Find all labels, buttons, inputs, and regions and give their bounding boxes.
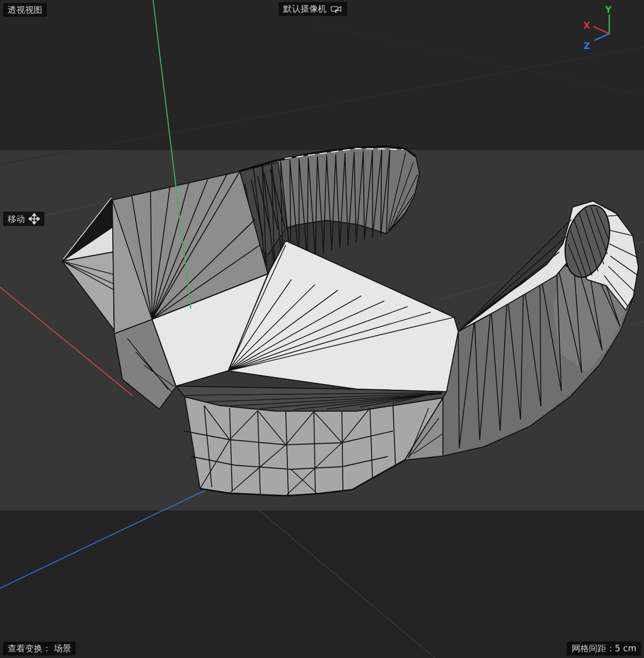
mesh-object[interactable] [62, 146, 638, 496]
grid-spacing-badge: 网格间距 : 5 cm [567, 642, 641, 655]
tool-badge[interactable]: 移动 [3, 212, 44, 226]
mesh-upper-arc-band [239, 146, 419, 270]
tool-label: 移动 [8, 214, 25, 224]
view-label-badge[interactable]: 透视视图 [3, 3, 47, 17]
gizmo-x-axis [593, 27, 609, 34]
gizmo-y-label: Y [605, 5, 612, 15]
transform-status-badge: 查看变换： 场景 [3, 642, 76, 655]
move-icon [29, 213, 40, 224]
camera-badge[interactable]: 默认摄像机 [279, 2, 347, 16]
camera-icon[interactable] [330, 5, 342, 14]
grid-spacing-label: 网格间距 : 5 cm [572, 643, 636, 654]
viewport-3d: { "hud": { "view_label": "透视视图", "camera… [0, 0, 644, 658]
gizmo-z-axis [595, 34, 609, 40]
mesh-bottom-apron [184, 397, 443, 496]
axis-gizmo: Y X Z [577, 0, 641, 57]
z-axis-line [0, 484, 219, 588]
scene-canvas[interactable] [0, 0, 644, 658]
gizmo-z-label: Z [584, 41, 590, 51]
view-label: 透视视图 [8, 5, 42, 15]
camera-label: 默认摄像机 [283, 4, 327, 14]
transform-status-label: 查看变换： 场景 [8, 643, 71, 654]
gizmo-x-label: X [583, 20, 590, 31]
